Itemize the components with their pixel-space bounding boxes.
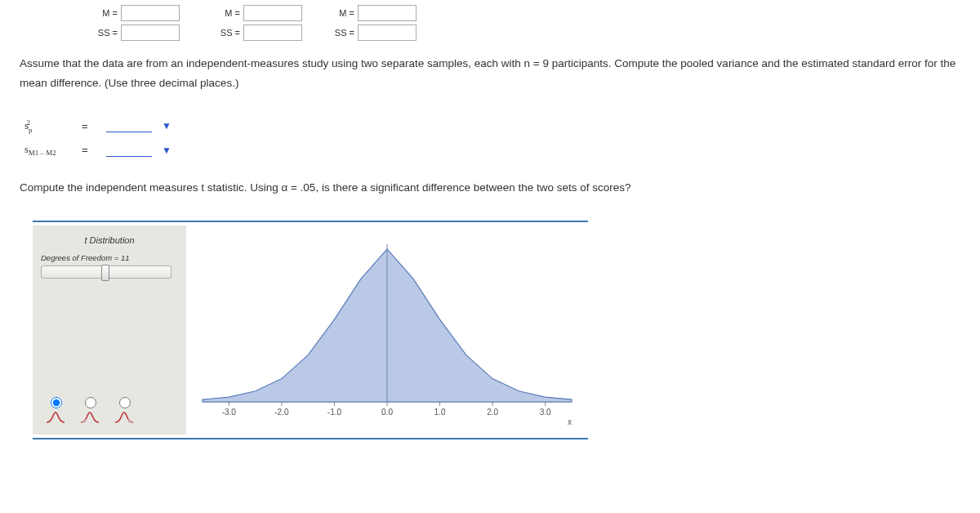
ss-label-1: SS = <box>98 28 118 38</box>
distribution-chart: -3.0-2.0-1.00.01.02.03.0x <box>186 225 588 435</box>
ss-label-2: SS = <box>220 28 240 38</box>
svg-text:x: x <box>568 417 572 426</box>
dof-slider[interactable] <box>41 265 172 279</box>
dof-slider-thumb[interactable] <box>101 265 109 281</box>
radio-right-tail[interactable] <box>114 395 134 423</box>
paragraph-2: Compute the independent measures t stati… <box>0 167 980 203</box>
radio-two-tailed[interactable] <box>46 395 65 423</box>
svg-text:1.0: 1.0 <box>434 408 446 417</box>
radio-right-tail-input[interactable] <box>119 397 131 408</box>
formula-block: sp2 = ▼ sM1 – M2 = ▼ <box>0 99 980 167</box>
distribution-panel: t Distribution Degrees of Freedom = 11 <box>33 221 588 439</box>
ss-input-1[interactable] <box>121 25 180 41</box>
sp2-label: sp2 <box>24 118 67 134</box>
left-tail-icon <box>80 412 100 423</box>
radio-left-tail[interactable] <box>80 395 100 423</box>
top-input-grid: M = M = M = SS = SS = SS = <box>0 0 980 42</box>
m-label-3: M = <box>339 8 354 18</box>
hint-toggle-icon-1[interactable]: ▼ <box>162 120 172 132</box>
hint-toggle-icon-2[interactable]: ▼ <box>162 145 172 156</box>
svg-text:3.0: 3.0 <box>540 408 551 417</box>
sm-label: sM1 – M2 <box>24 144 67 157</box>
ss-input-2[interactable] <box>243 25 302 41</box>
ss-input-3[interactable] <box>358 25 416 41</box>
sp2-answer-blank[interactable] <box>106 119 152 132</box>
m-label-2: M = <box>225 8 240 18</box>
distribution-controls: t Distribution Degrees of Freedom = 11 <box>33 225 186 435</box>
svg-text:2.0: 2.0 <box>487 408 498 417</box>
radio-left-tail-input[interactable] <box>85 397 96 408</box>
pooled-variance-row: sp2 = ▼ <box>24 114 980 139</box>
ss-label-3: SS = <box>335 28 354 38</box>
sm-answer-blank[interactable] <box>106 144 152 157</box>
m-input-3[interactable] <box>358 5 416 21</box>
ss-row: SS = SS = SS = <box>0 23 980 42</box>
radio-two-tailed-input[interactable] <box>51 397 62 408</box>
eq-sign-1: = <box>82 120 91 132</box>
right-tail-icon <box>114 412 134 423</box>
chart-svg: -3.0-2.0-1.00.01.02.03.0x <box>186 225 588 435</box>
shade-mode-radios <box>41 395 178 428</box>
two-tailed-icon <box>46 412 65 423</box>
distribution-title: t Distribution <box>41 232 178 253</box>
m-input-2[interactable] <box>243 5 302 21</box>
svg-text:-3.0: -3.0 <box>222 408 237 417</box>
svg-text:-2.0: -2.0 <box>274 408 289 417</box>
m-input-1[interactable] <box>121 5 180 21</box>
eq-sign-2: = <box>82 144 91 156</box>
mean-row: M = M = M = <box>0 3 980 23</box>
dof-label: Degrees of Freedom = 11 <box>41 253 178 262</box>
m-label-1: M = <box>102 8 118 18</box>
std-error-row: sM1 – M2 = ▼ <box>24 139 980 162</box>
svg-text:-1.0: -1.0 <box>327 408 342 417</box>
svg-text:0.0: 0.0 <box>381 408 393 417</box>
paragraph-1: Assume that the data are from an indepen… <box>0 42 980 99</box>
